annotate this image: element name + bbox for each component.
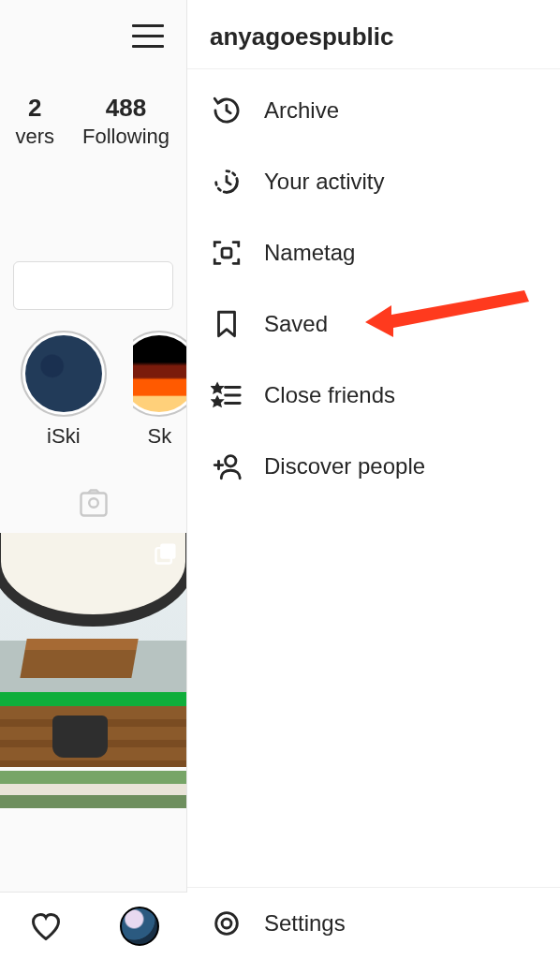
stat-followers-value: 2 xyxy=(16,94,55,123)
menu-item-settings[interactable]: Settings xyxy=(187,888,560,959)
menu-label: Saved xyxy=(264,311,328,337)
highlight-sk[interactable]: Sk xyxy=(133,331,186,449)
post-thumbnail[interactable] xyxy=(0,533,186,767)
menu-item-saved[interactable]: Saved xyxy=(187,288,560,360)
svg-rect-0 xyxy=(81,494,106,516)
menu-item-archive[interactable]: Archive xyxy=(187,75,560,146)
activity-icon xyxy=(210,165,243,199)
heart-icon[interactable] xyxy=(29,909,63,943)
stat-followers-label: vers xyxy=(16,125,55,149)
drawer-username: anyagoespublic xyxy=(187,0,560,69)
menu-item-nametag[interactable]: Nametag xyxy=(187,217,560,288)
discover-people-icon xyxy=(210,450,243,483)
profile-left-panel: 2 vers 488 Following iSki Sk xyxy=(0,0,187,959)
menu-label: Nametag xyxy=(264,240,355,266)
drawer-footer: Settings xyxy=(187,887,560,959)
post-thumbnail[interactable] xyxy=(0,771,186,808)
archive-icon xyxy=(210,94,243,127)
posts-grid xyxy=(0,533,186,808)
menu-label: Archive xyxy=(264,97,339,124)
side-drawer: anyagoespublic Archive xyxy=(187,0,560,959)
highlight-circle xyxy=(133,331,186,417)
profile-avatar-icon[interactable] xyxy=(120,907,159,946)
multi-post-icon xyxy=(153,540,179,567)
stat-followers[interactable]: 2 vers xyxy=(16,94,55,149)
svg-point-14 xyxy=(222,919,231,928)
highlight-circle xyxy=(21,331,107,417)
svg-point-13 xyxy=(216,913,238,935)
tagged-tab-icon[interactable] xyxy=(77,486,111,520)
svg-marker-6 xyxy=(214,398,222,406)
svg-point-10 xyxy=(226,456,236,466)
menu-label: Settings xyxy=(264,910,346,937)
menu-label: Your activity xyxy=(264,169,385,195)
highlight-iski[interactable]: iSki xyxy=(19,331,109,449)
drawer-menu: Archive Your activity xyxy=(187,69,560,887)
nametag-icon xyxy=(210,236,243,270)
stat-following-label: Following xyxy=(82,125,169,149)
story-highlights: iSki Sk xyxy=(19,331,186,458)
stat-following-value: 488 xyxy=(82,94,169,123)
stat-following[interactable]: 488 Following xyxy=(82,94,169,149)
settings-icon xyxy=(210,907,243,940)
profile-tabs xyxy=(0,458,186,533)
edit-profile-button[interactable] xyxy=(13,261,173,310)
highlight-label: iSki xyxy=(47,424,80,449)
hamburger-menu-button[interactable] xyxy=(132,17,169,54)
menu-item-activity[interactable]: Your activity xyxy=(187,146,560,217)
bottom-nav xyxy=(0,892,187,959)
menu-label: Discover people xyxy=(264,453,425,480)
svg-rect-2 xyxy=(160,544,175,559)
svg-marker-5 xyxy=(214,385,222,392)
bookmark-icon xyxy=(210,307,243,341)
profile-stats: 2 vers 488 Following xyxy=(0,94,186,149)
svg-rect-4 xyxy=(222,248,231,258)
menu-item-discover-people[interactable]: Discover people xyxy=(187,431,560,502)
highlight-label: Sk xyxy=(147,424,171,449)
svg-point-1 xyxy=(89,498,98,508)
menu-label: Close friends xyxy=(264,382,395,408)
menu-item-close-friends[interactable]: Close friends xyxy=(187,360,560,431)
close-friends-icon xyxy=(210,378,243,412)
